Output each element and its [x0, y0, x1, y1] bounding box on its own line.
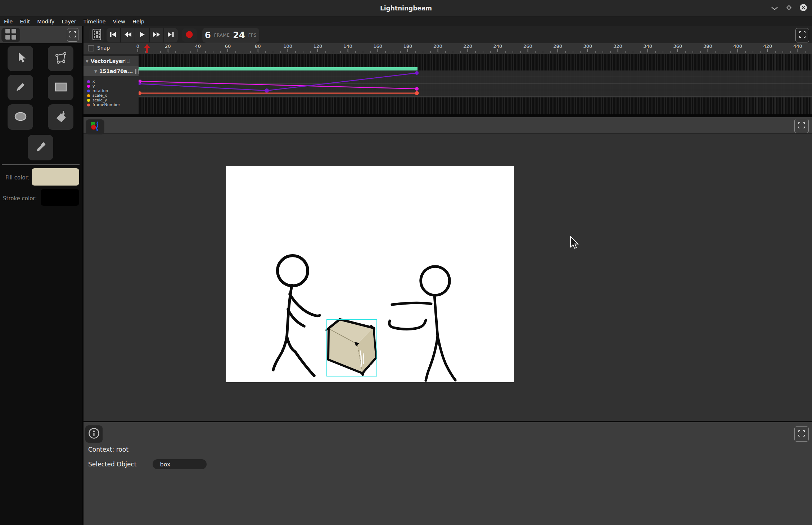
fullscreen-icon: [798, 122, 805, 130]
chevron-down-icon: [771, 5, 778, 12]
timeline-property-row[interactable]: y: [84, 84, 139, 88]
frameNumber-curve-keyframe[interactable]: [415, 91, 419, 95]
close-button[interactable]: [798, 4, 808, 13]
ruler-tick-label: 220: [463, 44, 472, 52]
x-curve-keyframe[interactable]: [415, 71, 419, 75]
timeline-ruler[interactable]: Snap 0 20 40 60 80 100 120 140: [84, 43, 812, 54]
property-color-dot: [87, 104, 90, 106]
ruler-tick-label: 260: [523, 44, 532, 52]
ruler-tick-label: 80: [255, 44, 261, 52]
ruler-tick-label: 280: [553, 44, 562, 52]
frameNumber-curve-keyframe[interactable]: [139, 91, 141, 95]
menu-item[interactable]: Modify: [33, 17, 58, 27]
vector-shapes-button[interactable]: [86, 119, 104, 134]
layer-badge: [L]: [125, 59, 130, 64]
record-button[interactable]: [182, 28, 197, 42]
panel-grid-button[interactable]: [1, 28, 20, 42]
tools-expand-button[interactable]: [67, 28, 78, 42]
menu-item[interactable]: Help: [129, 17, 148, 27]
property-name: x: [93, 79, 95, 83]
ellipse-tool-button[interactable]: [8, 104, 33, 130]
fill-bucket-tool-button[interactable]: [48, 104, 73, 130]
disclosure-triangle-icon[interactable]: ▼: [86, 59, 89, 63]
context-text: Context: root: [88, 446, 128, 453]
layer-row-vectorlayer[interactable]: ▼ VectorLayer [L]: [84, 56, 139, 66]
ruler-tick-label: 100: [283, 44, 292, 52]
ruler-tick-label: 140: [343, 44, 352, 52]
fill-color-swatch[interactable]: [32, 168, 79, 186]
mouse-cursor: [570, 236, 581, 252]
maximize-button[interactable]: [784, 4, 794, 13]
ruler-tick-label: 40: [195, 44, 201, 52]
menu-item[interactable]: View: [109, 17, 129, 27]
timeline-tracks[interactable]: [139, 54, 812, 114]
tools-panel-header: [0, 26, 82, 43]
stroke-color-label: Stroke color:: [3, 195, 37, 202]
ruler-tick-label: 320: [613, 44, 622, 52]
x-curve-keyframe[interactable]: [265, 88, 269, 93]
selected-object-value[interactable]: box: [153, 459, 207, 469]
object-row[interactable]: ▼ 151ad70a... ~: [84, 66, 139, 76]
playhead[interactable]: [144, 44, 150, 55]
timeline-property-row[interactable]: x: [84, 79, 139, 84]
object-visibility-toggle[interactable]: [135, 69, 136, 74]
fps-label: FPS: [248, 33, 257, 38]
stroke-color-swatch[interactable]: [41, 189, 79, 206]
playback-controls: [107, 28, 178, 42]
property-color-dot: [87, 99, 90, 102]
property-name: rotation: [93, 89, 108, 93]
y-curve-keyframe[interactable]: [415, 87, 419, 91]
menu-item[interactable]: File: [0, 17, 16, 27]
eyedropper-icon: [35, 142, 46, 154]
menu-item[interactable]: Timeline: [80, 17, 109, 27]
timeline-panel: 6 FRAME 24 FPS Snap 0 20 40 60: [84, 26, 812, 114]
property-color-dot: [87, 85, 90, 88]
info-button[interactable]: [85, 425, 103, 443]
canvas-panel: [84, 117, 812, 421]
play-button[interactable]: [135, 28, 150, 42]
menu-item[interactable]: Layer: [58, 17, 80, 27]
ruler-tick-label: 160: [373, 44, 382, 52]
y-curve: [140, 81, 417, 89]
skip-to-end-button[interactable]: [164, 28, 178, 42]
ruler-tick-label: 300: [583, 44, 592, 52]
stick-figure-right[interactable]: [389, 266, 455, 380]
canvas-expand-button[interactable]: [794, 119, 809, 133]
eyedropper-tool-button[interactable]: [28, 135, 53, 160]
property-color-dot: [87, 90, 90, 92]
fast-forward-button[interactable]: [150, 28, 164, 42]
property-color-dot: [87, 80, 90, 83]
rectangle-tool-button[interactable]: [48, 75, 73, 100]
disclosure-triangle-icon[interactable]: ▼: [94, 69, 97, 73]
timeline-property-row[interactable]: rotation: [84, 88, 139, 93]
inspector-expand-button[interactable]: [794, 426, 809, 442]
pencil-icon: [15, 82, 26, 94]
box-object[interactable]: [326, 319, 377, 376]
property-name: y: [93, 84, 95, 88]
tools-panel: Fill color: Stroke color:: [0, 26, 82, 525]
ruler-tick-label: 360: [673, 44, 682, 52]
transform-tool-button[interactable]: [48, 46, 73, 71]
stick-figure-left[interactable]: [273, 256, 320, 376]
ruler-tick-label: 120: [313, 44, 322, 52]
pencil-tool-button[interactable]: [8, 75, 33, 100]
film-settings-button[interactable]: [89, 28, 104, 42]
skip-to-start-button[interactable]: [107, 28, 121, 42]
timeline-property-row[interactable]: frameNumber: [84, 102, 139, 107]
ruler-tick-label: 420: [763, 44, 772, 52]
layer-clip-bar[interactable]: [139, 67, 418, 70]
object-name: 151ad70a...: [99, 68, 133, 74]
menu-item[interactable]: Edit: [16, 17, 33, 27]
fullscreen-icon: [798, 430, 805, 438]
play-icon: [139, 32, 145, 39]
timeline-property-row[interactable]: scale_x: [84, 93, 139, 98]
minimize-button[interactable]: [770, 4, 780, 13]
timeline-expand-button[interactable]: [795, 28, 809, 42]
timeline-property-row[interactable]: scale_y: [84, 98, 139, 102]
property-list: x y rotation scale_x scale_y frameNumber: [84, 76, 139, 114]
stage[interactable]: [226, 166, 514, 382]
select-tool-button[interactable]: [8, 46, 33, 71]
rewind-button[interactable]: [121, 28, 135, 42]
fullscreen-icon: [69, 31, 76, 39]
ruler-tick-label: 400: [733, 44, 742, 52]
